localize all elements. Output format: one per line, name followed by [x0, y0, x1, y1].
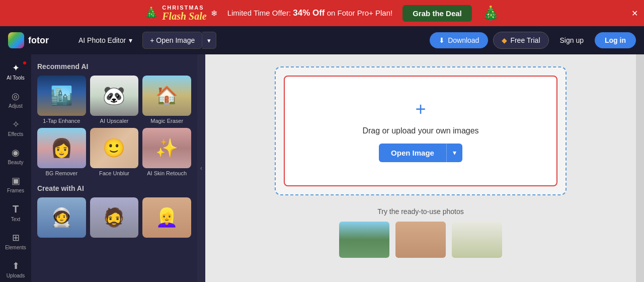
drag-text: Drag or upload your own images: [362, 126, 478, 135]
upscaler-image: 🐼: [90, 76, 139, 116]
open-image-button[interactable]: + Open Image: [142, 32, 202, 49]
frames-label: Frames: [7, 188, 24, 193]
frames-icon: ▣: [12, 175, 20, 186]
open-image-row: Open Image ▾: [379, 144, 462, 162]
ai-create-man[interactable]: 🧔: [90, 197, 139, 240]
beauty-icon: ◉: [12, 147, 20, 158]
download-icon: ⬇: [439, 36, 445, 44]
snowflake-icon: ❄: [211, 9, 217, 18]
sidebar-item-elements[interactable]: ⊞ Elements: [2, 228, 29, 254]
free-trial-button[interactable]: ◆ Free Trial: [493, 32, 548, 49]
sidebar-item-text[interactable]: T Text: [2, 199, 29, 226]
uploads-icon: ⬆: [12, 260, 20, 271]
ai-editor-dropdown[interactable]: AI Photo Editor ▾: [74, 34, 136, 46]
photo-thumbnails: [275, 222, 567, 258]
logo-text: fotor: [28, 35, 49, 46]
beauty-label: Beauty: [8, 160, 23, 165]
close-banner-button[interactable]: ✕: [631, 9, 638, 18]
open-image-dropdown-button[interactable]: ▾: [202, 32, 216, 49]
effects-label: Effects: [8, 131, 23, 137]
elements-icon: ⊞: [12, 232, 20, 243]
ai-card-upscaler[interactable]: 🐼 AI Upscaler: [90, 76, 139, 124]
text-icon: T: [13, 203, 19, 215]
ai-tools-icon: ✦: [12, 62, 20, 74]
ai-card-eraser[interactable]: 🏠 Magic Eraser: [142, 76, 191, 124]
photo-thumb-woman[interactable]: [395, 222, 446, 258]
notification-dot: [23, 61, 26, 64]
grab-deal-button[interactable]: Grab the Deal: [403, 5, 472, 22]
sidebar-item-frames[interactable]: ▣ Frames: [2, 171, 29, 197]
effects-icon: ✧: [12, 119, 20, 130]
recommend-ai-title: Recommend AI: [37, 62, 191, 70]
astronaut-image: 🧑‍🚀: [37, 197, 86, 238]
bg-remover-image: 👩: [37, 128, 86, 168]
sidebar-item-effects[interactable]: ✧ Effects: [2, 115, 29, 141]
eraser-label: Magic Eraser: [142, 118, 191, 124]
face-unblur-image: 🙂: [90, 128, 139, 168]
sidebar-item-ai-tools[interactable]: ✦ AI Tools: [2, 58, 29, 85]
ai-create-astronaut[interactable]: 🧑‍🚀: [37, 197, 86, 240]
skin-retouch-label: AI Skin Retouch: [142, 170, 191, 176]
tree-icon: 🎄: [482, 5, 500, 22]
bg-remover-label: BG Remover: [37, 170, 86, 176]
face-unblur-label: Face Unblur: [90, 170, 139, 176]
ai-card-skin-retouch[interactable]: ✨ AI Skin Retouch: [142, 128, 191, 176]
chevron-down-icon: ▾: [129, 36, 132, 44]
text-label: Text: [11, 217, 20, 222]
adjust-label: Adjust: [9, 103, 23, 109]
main-header: fotor AI Photo Editor ▾ + Open Image ▾ ⬇…: [0, 26, 644, 54]
ai-card-face-unblur[interactable]: 🙂 Face Unblur: [90, 128, 139, 176]
banner-logo: 🎄 CHRISTMAS Flash Sale ❄: [144, 5, 217, 22]
ai-card-1tap[interactable]: 🏙️ 1-Tap Enhance: [37, 76, 86, 124]
woman-image: 👱‍♀️: [142, 197, 191, 238]
sidebar-item-uploads[interactable]: ⬆ Uploads: [2, 256, 29, 282]
christmas-banner: 🎄 CHRISTMAS Flash Sale ❄ Limited Time Of…: [0, 0, 644, 26]
header-right: ⬇ Download ◆ Free Trial Sign up Log in: [430, 32, 636, 49]
canvas-open-image-dropdown[interactable]: ▾: [446, 144, 462, 162]
ai-tools-label: AI Tools: [7, 75, 24, 81]
fotor-logo-icon: [8, 32, 24, 48]
sidebar-icons: ✦ AI Tools ◎ Adjust ✧ Effects ◉ Beauty ▣…: [0, 54, 31, 282]
upscaler-label: AI Upscaler: [90, 118, 139, 124]
ready-photos-section: Try the ready-to-use photos: [275, 207, 567, 258]
banner-offer-text: Limited Time Offer: 34% Off on Fotor Pro…: [227, 8, 393, 18]
photo-thumb-meadow[interactable]: [339, 222, 389, 258]
panel-collapse-handle[interactable]: ‹: [197, 54, 205, 282]
elements-label: Elements: [5, 245, 26, 250]
download-button[interactable]: ⬇ Download: [430, 32, 488, 48]
ai-card-bg-remover[interactable]: 👩 BG Remover: [37, 128, 86, 176]
logo-area: fotor: [8, 32, 68, 48]
signup-button[interactable]: Sign up: [554, 32, 590, 48]
adjust-icon: ◎: [12, 91, 20, 102]
plus-icon: +: [415, 100, 426, 118]
create-ai-grid: 🧑‍🚀 🧔 👱‍♀️: [37, 197, 191, 240]
main-layout: ✦ AI Tools ◎ Adjust ✧ Effects ◉ Beauty ▣…: [0, 54, 644, 282]
canvas-open-image-button[interactable]: Open Image: [379, 144, 446, 162]
drop-zone-outer: + Drag or upload your own images Open Im…: [275, 66, 567, 195]
drop-zone-inner[interactable]: + Drag or upload your own images Open Im…: [284, 76, 557, 186]
photo-thumb-vase[interactable]: [452, 222, 502, 258]
1tap-label: 1-Tap Enhance: [37, 118, 86, 124]
christmas-text: CHRISTMAS Flash Sale: [162, 5, 206, 22]
ready-photos-title: Try the ready-to-use photos: [275, 207, 567, 216]
canvas-area: + Drag or upload your own images Open Im…: [205, 54, 636, 282]
right-scrollbar[interactable]: [636, 54, 644, 282]
login-button[interactable]: Log in: [595, 32, 636, 48]
ai-editor-label: AI Photo Editor: [78, 36, 126, 44]
sidebar-item-beauty[interactable]: ◉ Beauty: [2, 143, 29, 169]
eraser-image: 🏠: [142, 76, 191, 116]
1tap-enhance-image: 🏙️: [37, 76, 86, 116]
diamond-icon: ◆: [502, 36, 507, 44]
ai-create-woman[interactable]: 👱‍♀️: [142, 197, 191, 240]
sidebar-item-adjust[interactable]: ◎ Adjust: [2, 87, 29, 113]
left-panel: Recommend AI 🏙️ 1-Tap Enhance 🐼 AI Upsca…: [31, 54, 197, 282]
open-image-group: + Open Image ▾: [142, 32, 216, 49]
uploads-label: Uploads: [7, 273, 25, 278]
man-image: 🧔: [90, 197, 139, 238]
bell-icon: 🎄: [144, 7, 158, 20]
create-ai-title: Create with AI: [37, 184, 191, 192]
skin-retouch-image: ✨: [142, 128, 191, 168]
recommend-ai-grid: 🏙️ 1-Tap Enhance 🐼 AI Upscaler 🏠 Magic E…: [37, 76, 191, 176]
